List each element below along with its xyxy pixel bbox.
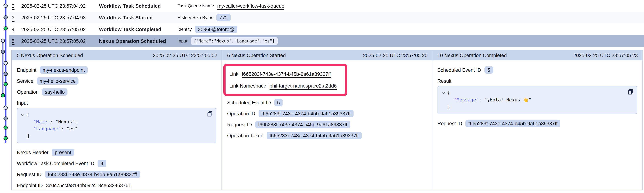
json-key: "Language" <box>33 126 61 132</box>
panel-field-label: Scheduled Event ID <box>437 67 481 73</box>
panel-field-label: Operation Token <box>227 133 264 138</box>
event-name: Workflow Task Started <box>99 15 178 20</box>
panel-field-row: Endpoint ID3c0c75ccfa8144b092c13ce632463… <box>17 181 216 190</box>
timeline-event-dot-green[interactable] <box>4 126 8 130</box>
json-value: : "¡Hola! Nexus 👋" <box>479 97 532 103</box>
timeline-event-dot-light[interactable] <box>4 61 8 65</box>
panel-field-link[interactable]: 3c0c75ccfa8144b092c13ce632463761 <box>46 183 131 188</box>
panel-field-label: Endpoint <box>17 67 36 73</box>
event-row[interactable]: 22025-02-25 UTC 23:57:04.92Workflow Task… <box>9 0 644 12</box>
json-open-brace: { <box>27 111 30 118</box>
panel-field-row: Scheduled Event ID5 <box>227 98 427 107</box>
panel-field-label: Nexus Header <box>17 150 48 155</box>
timeline-event-dot-gray[interactable] <box>4 117 8 120</box>
json-viewer: {"Message": "¡Hola! Nexus 👋"} <box>437 86 637 114</box>
panel-field-badge: my-hello-service <box>37 77 79 85</box>
panel-field-badge: say-hello <box>42 88 68 96</box>
json-open-line: { <box>21 111 205 118</box>
json-entry-line: "Name": "Nexus", <box>21 118 205 125</box>
panel-field-row: Request IDf665283f-743e-4374-b45b-9a61a8… <box>17 170 216 179</box>
timeline-event-dot-light[interactable] <box>4 106 8 110</box>
panel-field-badge: f665283f-743e-4374-b45b-9a61a89337ff <box>466 120 560 127</box>
timeline-event-dot-green[interactable] <box>4 26 8 30</box>
panel-timestamp: 2025-02-25 UTC 23:57:05.20 <box>363 52 428 58</box>
event-timestamp: 2025-02-25 UTC 23:57:05.02 <box>21 38 98 44</box>
copy-icon[interactable] <box>628 89 633 95</box>
timeline-event-dot-green[interactable] <box>1 94 5 97</box>
event-timestamp: 2025-02-25 UTC 23:57:04.92 <box>21 3 98 8</box>
panel-field-label: Workflow Task Completed Event ID <box>17 161 94 166</box>
panel-title: 10 Nexus Operation Completed <box>437 52 507 58</box>
chevron-down-icon[interactable] <box>441 89 445 96</box>
json-viewer: {"Name": "Nexus","Language": "es"} <box>17 108 216 143</box>
panel-field-row: Servicemy-hello-service <box>17 77 216 85</box>
panel-header: 10 Nexus Operation Completed2025-02-25 U… <box>432 50 642 60</box>
panel-field-row: Nexus Headerpresent <box>17 148 216 157</box>
panel-field-row: Workflow Task Completed Event ID4 <box>17 159 216 168</box>
event-timestamp: 2025-02-25 UTC 23:57:05.02 <box>21 26 98 32</box>
timeline-event-dot-gray[interactable] <box>1 50 5 54</box>
event-name: Nexus Operation Scheduled <box>99 38 178 44</box>
panel-field-badge: f665283f-743e-4374-b45b-9a61a89337ff <box>45 171 140 178</box>
panel-field-row: Endpointmy-nexus-endpoint <box>17 66 216 74</box>
panel-field-badge: 4 <box>98 160 106 167</box>
panel-field-label: Operation <box>17 89 39 95</box>
panel-field-badge: 5 <box>484 66 493 74</box>
event-name: Workflow Task Scheduled <box>99 3 178 8</box>
json-close-brace: } <box>21 132 205 139</box>
event-row[interactable]: 32025-02-25 UTC 23:57:04.93Workflow Task… <box>9 12 644 23</box>
panel-field-label: Request ID <box>17 172 42 177</box>
timeline-event-dot-green[interactable] <box>4 82 8 86</box>
panel-field-label: Service <box>17 78 33 84</box>
event-row[interactable]: 52025-02-25 UTC 23:57:05.02Nexus Operati… <box>9 35 644 47</box>
panel-title: 6 Nexus Operation Started <box>227 52 286 58</box>
copy-icon[interactable] <box>207 111 213 117</box>
panel-field-row: Linkf665283f-743e-4374-b45b-9a61a89337ff <box>230 70 342 78</box>
panel-timestamp: 2025-02-25 UTC 23:57:05.02 <box>153 52 217 58</box>
panel-timestamp: 2025-02-25 UTC 23:57:05.23 <box>574 52 638 58</box>
panel-field-badge: 5 <box>274 99 283 106</box>
panel-header: 6 Nexus Operation Started2025-02-25 UTC … <box>222 50 432 60</box>
timeline-event-dot-light[interactable] <box>4 4 8 7</box>
panel-field-badge: f665283f-743e-4374-b45b-9a61a89337ff <box>266 132 362 139</box>
event-detail-badge: 30960@totoro@ <box>195 26 237 33</box>
event-detail-code-badge: {"Name":"Nexus","Language":"es"} <box>190 37 278 45</box>
timeline-event-dot-gray[interactable] <box>4 15 8 19</box>
workflow-event-history-view: 22025-02-25 UTC 23:57:04.92Workflow Task… <box>0 0 644 193</box>
event-timeline-graph <box>0 0 17 193</box>
event-row[interactable]: 42025-02-25 UTC 23:57:05.02Workflow Task… <box>9 23 644 35</box>
timeline-event-dot-green[interactable] <box>4 136 8 140</box>
json-entry-line: "Language": "es" <box>21 125 205 132</box>
panel-field-label: Request ID <box>227 122 252 127</box>
event-detail-panel: 10 Nexus Operation Completed2025-02-25 U… <box>432 50 642 190</box>
panel-field-row: Request IDf665283f-743e-4374-b45b-9a61a8… <box>227 120 427 129</box>
json-value: : "es" <box>61 126 78 132</box>
event-detail-badge: 772 <box>216 14 231 21</box>
chevron-down-icon[interactable] <box>21 111 24 118</box>
event-detail-label: Input <box>178 38 187 44</box>
panel-field-link[interactable]: phil-target-namespace2.a2dd6 <box>270 83 337 88</box>
event-detail: Identity30960@totoro@ <box>178 26 237 33</box>
panel-body: Endpointmy-nexus-endpointServicemy-hello… <box>12 60 222 190</box>
panel-field-row: Link Namespacephil-target-namespace2.a2d… <box>230 81 342 90</box>
panel-field-link[interactable]: f665283f-743e-4374-b45b-9a61a89337ff <box>242 71 331 77</box>
event-detail-link[interactable]: my-caller-workflow-task-queue <box>217 3 284 8</box>
event-timestamp: 2025-02-25 UTC 23:57:04.93 <box>21 15 98 20</box>
panel-field-badge: f665283f-743e-4374-b45b-9a61a89337ff <box>255 121 350 128</box>
panel-field-label: Link Namespace <box>230 83 266 88</box>
panel-field-badge: f665283f-743e-4374-b45b-9a61a89337ff <box>258 110 354 117</box>
panel-field-row: Operationsay-hello <box>17 88 216 96</box>
panel-field-row: Scheduled Event ID5 <box>437 66 637 74</box>
panel-field-label: Input <box>17 100 216 106</box>
event-detail-label: Task Queue Name <box>178 3 214 8</box>
highlight-box: Linkf665283f-743e-4374-b45b-9a61a89337ff… <box>224 64 348 96</box>
json-open-brace: { <box>447 89 450 96</box>
timeline-event-dot-light[interactable] <box>1 39 5 43</box>
panel-field-label: Link <box>230 71 238 77</box>
event-rows-list: 22025-02-25 UTC 23:57:04.92Workflow Task… <box>0 0 644 47</box>
event-detail-label: Identity <box>178 27 192 32</box>
panel-field-row: Operation IDf665283f-743e-4374-b45b-9a61… <box>227 109 427 118</box>
event-detail-panel: 5 Nexus Operation Scheduled2025-02-25 UT… <box>12 50 222 190</box>
event-detail-label: History Size Bytes <box>178 15 213 20</box>
timeline-event-dot-gray[interactable] <box>4 72 8 76</box>
